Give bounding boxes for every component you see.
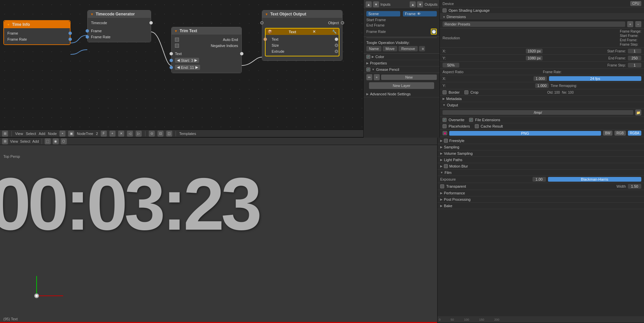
rp-bake-row[interactable]: ▶ Bake xyxy=(438,203,644,209)
rp-resx-input[interactable]: 1920 px xyxy=(526,49,542,53)
node-toolbar-view[interactable]: View xyxy=(15,132,23,136)
color-checkbox[interactable] xyxy=(366,55,370,59)
rp-performance-row[interactable]: ▶ Performance xyxy=(438,190,644,196)
socket-subtext-out[interactable] xyxy=(335,38,338,41)
rp-path-input[interactable]: /tmp/ xyxy=(443,110,633,115)
rp-motionblur-row[interactable]: ▶ Motion Blur xyxy=(438,163,644,170)
rp-output-row[interactable]: ▼ Output xyxy=(440,102,644,108)
rp-folder-btn[interactable]: 📁 xyxy=(635,109,641,116)
inputs-up-btn[interactable]: ▲ xyxy=(366,1,372,7)
vp-view-label[interactable]: View xyxy=(10,139,18,143)
opensl-checkbox[interactable] xyxy=(443,8,447,12)
node-toolbar-nav2-icon[interactable]: ✕ xyxy=(118,131,124,137)
rp-framestep-input[interactable]: 1 xyxy=(628,63,641,67)
node-toolbar-nav4-icon[interactable]: ▷ xyxy=(136,131,142,137)
rp-startframe-input[interactable]: 1 xyxy=(628,49,641,53)
node-toolbar-nav3-icon[interactable]: ◁ xyxy=(127,131,133,137)
end-field[interactable]: ◀ End: 11 ▶ xyxy=(175,65,200,70)
node-toolbar-add[interactable]: Add xyxy=(39,132,45,136)
node-toolbar-mode-icon[interactable]: ⚬ xyxy=(59,131,65,137)
presets-minus-btn[interactable]: − xyxy=(635,21,641,27)
vp-add-label[interactable]: Add xyxy=(32,139,39,143)
node-toolbar-templates[interactable]: Templates xyxy=(179,132,196,136)
rp-sampling-row[interactable]: ▶ Sampling xyxy=(438,144,644,150)
frame-dropdown[interactable]: Frame 👁 xyxy=(403,11,437,16)
gp-pencil-icon[interactable]: ✏ xyxy=(366,74,372,80)
cache-checkbox[interactable] xyxy=(475,124,479,128)
node-toolbar-type-icon[interactable]: ▣ xyxy=(68,131,74,137)
rp-resy-input[interactable]: 1080 px xyxy=(526,56,542,60)
node-toolbar-copy-icon[interactable]: ⊡ xyxy=(157,131,164,137)
socket-frame-out[interactable] xyxy=(68,32,72,35)
node-timecode-generator[interactable]: ▼ Timecode Generator Timecode Frame Fram… xyxy=(87,10,151,42)
gp-new-btn[interactable]: New xyxy=(381,75,437,80)
socket-extrude-out[interactable] xyxy=(335,50,338,53)
node-text-object-output[interactable]: ▼ Text Object Output Object 📦 Text ✕ 🔧 xyxy=(262,10,342,61)
node-toolbar-view2-icon[interactable]: ◫ xyxy=(166,131,172,137)
rp-filter-dropdown[interactable]: Blackman-Harris xyxy=(548,177,642,182)
gp-new-layer-btn[interactable]: New Layer xyxy=(369,82,434,89)
name-btn[interactable]: Name xyxy=(366,46,381,51)
extra-op-btn[interactable]: ≡ xyxy=(419,46,425,51)
node-time-info[interactable]: ▼ Time Info Frame Frame Rate xyxy=(3,20,71,45)
grease-pencil-section[interactable]: ▼ Grease Pencil xyxy=(364,66,440,73)
viewport[interactable]: ⊞ View Select Add ⬚ ◉ ⬡ 00:03:23 Top Per… xyxy=(0,138,437,323)
rp-rgb-btn[interactable]: RGB xyxy=(614,131,626,136)
auto-end-checkbox[interactable] xyxy=(175,38,179,42)
socket-text-in[interactable] xyxy=(170,52,173,55)
socket-text-out[interactable] xyxy=(240,52,243,55)
motionblur-checkbox[interactable] xyxy=(444,164,448,168)
rp-freestyle-row[interactable]: ▶ Freestyle xyxy=(438,138,644,144)
text-subnode-close[interactable]: ✕ xyxy=(313,30,316,34)
rp-width-input[interactable]: 1.50 xyxy=(628,184,641,189)
transparent-checkbox[interactable] xyxy=(440,184,444,188)
vp-icon2[interactable]: ◉ xyxy=(53,138,59,144)
rp-ay-input[interactable]: 1.000 xyxy=(535,83,549,88)
socket-size-out[interactable] xyxy=(335,44,338,47)
socket-framerate-out[interactable] xyxy=(68,38,72,41)
negative-indices-checkbox[interactable] xyxy=(175,44,179,48)
presets-plus-btn[interactable]: + xyxy=(627,21,633,27)
rp-ax-input[interactable]: 1.000 xyxy=(534,76,547,81)
rp-exposure-input[interactable]: 1.00 xyxy=(533,177,546,182)
properties-section[interactable]: ▶ Properties xyxy=(364,60,440,66)
socket-text-color-in[interactable] xyxy=(264,38,267,41)
color-section[interactable]: ▶ Color xyxy=(364,54,440,60)
inputs-down-btn[interactable]: ▼ xyxy=(373,1,379,7)
outputs-up-btn[interactable]: ▲ xyxy=(410,1,416,7)
start-arrow-right[interactable]: ▶ xyxy=(194,58,197,62)
advanced-settings-section[interactable]: ▶ Advanced Node Settings xyxy=(364,91,440,97)
node-toolbar-snap-icon[interactable]: ⊙ xyxy=(149,131,155,137)
gp-plus-icon[interactable]: + xyxy=(374,74,380,80)
socket-frame-in[interactable] xyxy=(86,29,89,33)
socket-start-in[interactable] xyxy=(170,59,173,62)
vp-select-label[interactable]: Select xyxy=(20,139,31,143)
remove-btn[interactable]: Remove xyxy=(399,46,418,51)
rp-endframe-input[interactable]: 250 xyxy=(628,56,641,60)
rp-format-dropdown[interactable]: PNG xyxy=(449,131,601,136)
socket-object-out[interactable] xyxy=(341,21,344,25)
socket-timecode-out[interactable] xyxy=(149,21,153,25)
text-subnode-wrench[interactable]: 🔧 xyxy=(332,30,337,34)
scene-dropdown[interactable]: Scene xyxy=(366,11,400,16)
placeholders-checkbox[interactable] xyxy=(443,124,447,128)
vp-icon3[interactable]: ⬡ xyxy=(61,138,67,144)
socket-end-in[interactable] xyxy=(170,66,173,69)
node-toolbar-treetype[interactable]: NodeTree xyxy=(77,132,93,136)
rp-volsampling-row[interactable]: ▶ Volume Sampling xyxy=(438,150,644,157)
rp-postproc-row[interactable]: ▶ Post Processing xyxy=(438,196,644,203)
framerate-clock-btn[interactable]: 🕐 xyxy=(431,29,437,35)
vp-toggle-icon[interactable]: ⊞ xyxy=(2,138,8,144)
socket-framerate-in[interactable] xyxy=(86,35,89,39)
end-arrow-right[interactable]: ▶ xyxy=(195,65,198,70)
node-toolbar-grid-icon[interactable]: ⊞ xyxy=(2,131,8,137)
gp-checkbox[interactable] xyxy=(366,67,370,72)
node-toolbar-node[interactable]: Node xyxy=(48,132,57,136)
start-field[interactable]: ◀ Start: 3 ▶ xyxy=(175,58,199,63)
rp-metadata-row[interactable]: ▶ Metadata xyxy=(440,96,644,102)
end-arrow-left[interactable]: ◀ xyxy=(177,65,180,70)
freestyle-checkbox[interactable] xyxy=(444,139,448,143)
fileext-checkbox[interactable] xyxy=(469,118,473,122)
rp-bw-btn[interactable]: BW xyxy=(603,131,612,136)
border-checkbox[interactable] xyxy=(443,90,447,94)
